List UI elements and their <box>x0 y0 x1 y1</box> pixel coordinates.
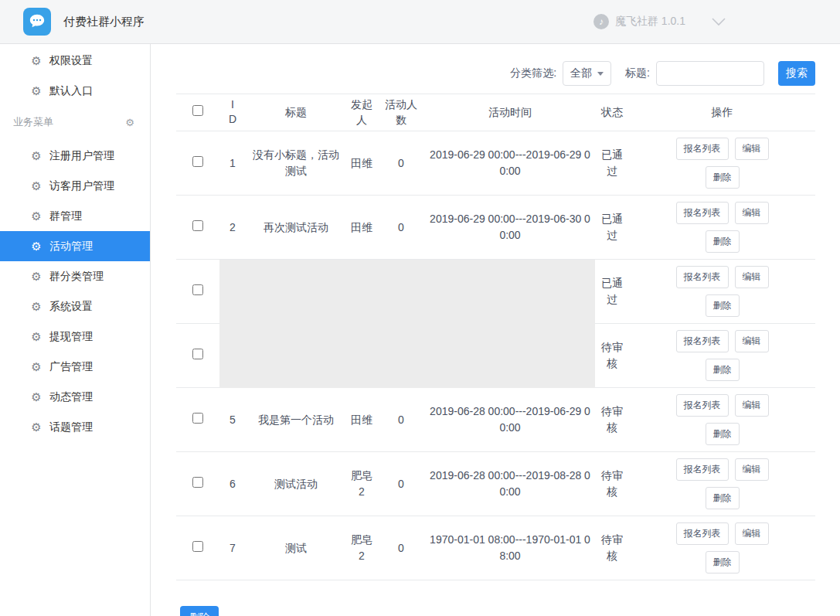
category-select[interactable]: 全部 <box>563 61 611 86</box>
cell-time: 2019-06-29 00:00---2019-06-29 00:00 <box>425 131 595 196</box>
sidebar-item-广告管理[interactable]: ⚙ 广告管理 <box>0 352 150 382</box>
sidebar-item-活动管理[interactable]: ⚙ 活动管理 <box>0 231 150 261</box>
gear-icon: ⚙ <box>29 330 43 344</box>
footer-bar: 删除 <box>176 606 815 616</box>
cell-checkbox <box>176 131 219 196</box>
sidebar-item-默认入口[interactable]: ⚙ 默认入口 <box>0 76 150 106</box>
chevron-down-icon[interactable] <box>712 18 726 26</box>
search-button[interactable]: 搜索 <box>778 61 815 86</box>
cell-id <box>219 260 246 324</box>
edit-button[interactable]: 编辑 <box>735 202 769 224</box>
row-checkbox[interactable] <box>192 413 203 424</box>
row-delete-button[interactable]: 删除 <box>706 230 740 253</box>
cell-initiator: 田维 <box>346 388 377 452</box>
cell-checkbox <box>176 260 219 324</box>
row-actions: 报名列表 编辑 删除 <box>672 138 774 189</box>
cell-id <box>219 324 246 388</box>
sidebar-item-群分类管理[interactable]: ⚙ 群分类管理 <box>0 261 150 291</box>
sidebar-menu-group: ⚙ 注册用户管理 ⚙ 访客用户管理 ⚙ 群管理 ⚙ 活动管理 ⚙ 群分类管理 ⚙… <box>0 141 150 442</box>
row-actions: 报名列表 编辑 删除 <box>672 202 774 253</box>
sidebar: ⚙ 权限设置 ⚙ 默认入口 业务菜单 ⚙ ⚙ 注册用户管理 ⚙ 访客用户管理 ⚙… <box>0 44 151 616</box>
cell-title: 再次测试活动 <box>246 196 346 260</box>
row-checkbox[interactable] <box>192 220 203 231</box>
column-header-checkbox <box>176 94 219 131</box>
row-checkbox[interactable] <box>192 349 203 359</box>
signup-list-button[interactable]: 报名列表 <box>676 522 729 545</box>
edit-button[interactable]: 编辑 <box>735 330 769 352</box>
cell-id: 6 <box>219 452 246 516</box>
edit-button[interactable]: 编辑 <box>735 138 769 160</box>
sidebar-item-label: 广告管理 <box>49 360 93 374</box>
cell-time: 2019-06-28 00:00---2019-06-29 00:00 <box>425 388 595 452</box>
signup-list-button[interactable]: 报名列表 <box>676 394 729 417</box>
sidebar-item-动态管理[interactable]: ⚙ 动态管理 <box>0 382 150 412</box>
table-row: 2 再次测试活动 田维 0 2019-06-29 00:00---2019-06… <box>176 196 815 260</box>
row-delete-button[interactable]: 删除 <box>706 166 740 189</box>
cell-actions: 报名列表 编辑 删除 <box>629 324 815 388</box>
sidebar-item-系统设置[interactable]: ⚙ 系统设置 <box>0 291 150 322</box>
row-delete-button[interactable]: 删除 <box>706 359 740 381</box>
gear-icon: ⚙ <box>29 84 43 98</box>
cell-status: 已通过 <box>595 196 629 260</box>
row-actions: 报名列表 编辑 删除 <box>672 266 774 317</box>
signup-list-button[interactable]: 报名列表 <box>676 138 729 160</box>
bulk-delete-button[interactable]: 删除 <box>180 606 219 616</box>
gear-icon: ⚙ <box>29 270 43 284</box>
signup-list-button[interactable]: 报名列表 <box>676 202 729 224</box>
brand-name: 魔飞社群 1.0.1 <box>615 15 685 29</box>
filter-bar: 分类筛选: 全部 标题: 搜索 <box>176 61 815 86</box>
cell-initiator <box>346 324 377 388</box>
gear-icon: ⚙ <box>29 209 43 223</box>
column-header-id: ID <box>219 94 246 131</box>
cell-actions: 报名列表 编辑 删除 <box>629 452 815 516</box>
sidebar-item-群管理[interactable]: ⚙ 群管理 <box>0 201 150 231</box>
row-checkbox[interactable] <box>192 156 203 167</box>
row-delete-button[interactable]: 删除 <box>706 487 740 509</box>
sidebar-item-话题管理[interactable]: ⚙ 话题管理 <box>0 412 150 442</box>
gear-icon[interactable]: ⚙ <box>125 117 134 128</box>
cell-id: 5 <box>219 388 246 452</box>
row-checkbox[interactable] <box>192 477 203 488</box>
row-delete-button[interactable]: 删除 <box>706 551 740 573</box>
main-content: 分类筛选: 全部 标题: 搜索 ID <box>151 44 840 616</box>
table-row: 已通过 报名列表 编辑 删除 <box>176 260 815 324</box>
cell-initiator: 田维 <box>346 131 377 196</box>
edit-button[interactable]: 编辑 <box>735 522 769 545</box>
table-row: 1 没有小标题，活动测试 田维 0 2019-06-29 00:00---201… <box>176 131 815 196</box>
cell-title: 没有小标题，活动测试 <box>246 131 346 196</box>
signup-list-button[interactable]: 报名列表 <box>676 330 729 352</box>
edit-button[interactable]: 编辑 <box>735 394 769 417</box>
column-header-initiator: 发起人 <box>346 94 377 131</box>
cell-count <box>377 324 425 388</box>
table-row: 7 测试 肥皂2 0 1970-01-01 08:00---1970-01-01… <box>176 516 815 580</box>
cell-status: 待审核 <box>595 452 629 516</box>
sidebar-item-label: 提现管理 <box>49 330 93 344</box>
table-row: 6 测试活动 肥皂2 0 2019-06-28 00:00---2019-08-… <box>176 452 815 516</box>
sidebar-item-label: 访客用户管理 <box>49 179 114 193</box>
signup-list-button[interactable]: 报名列表 <box>676 266 729 288</box>
edit-button[interactable]: 编辑 <box>735 458 769 481</box>
sidebar-item-提现管理[interactable]: ⚙ 提现管理 <box>0 322 150 352</box>
cell-checkbox <box>176 196 219 260</box>
cell-id: 7 <box>219 516 246 580</box>
title-filter-input[interactable] <box>656 61 764 86</box>
select-all-checkbox[interactable] <box>192 105 203 116</box>
row-checkbox[interactable] <box>192 541 203 552</box>
gear-icon: ⚙ <box>29 420 43 434</box>
row-delete-button[interactable]: 删除 <box>706 423 740 445</box>
cell-initiator: 肥皂2 <box>346 452 377 516</box>
cell-actions: 报名列表 编辑 删除 <box>629 131 815 196</box>
sidebar-item-权限设置[interactable]: ⚙ 权限设置 <box>0 46 150 76</box>
row-delete-button[interactable]: 删除 <box>706 294 740 317</box>
row-checkbox[interactable] <box>192 284 203 295</box>
app-logo <box>23 8 51 36</box>
cell-status: 已通过 <box>595 131 629 196</box>
header-right: ♪ 魔飞社群 1.0.1 <box>593 14 726 29</box>
sidebar-item-注册用户管理[interactable]: ⚙ 注册用户管理 <box>0 141 150 171</box>
cell-id: 1 <box>219 131 246 196</box>
sidebar-item-访客用户管理[interactable]: ⚙ 访客用户管理 <box>0 171 150 201</box>
edit-button[interactable]: 编辑 <box>735 266 769 288</box>
cell-count <box>377 260 425 324</box>
signup-list-button[interactable]: 报名列表 <box>676 458 729 481</box>
table-row: 5 我是第一个活动 田维 0 2019-06-28 00:00---2019-0… <box>176 388 815 452</box>
